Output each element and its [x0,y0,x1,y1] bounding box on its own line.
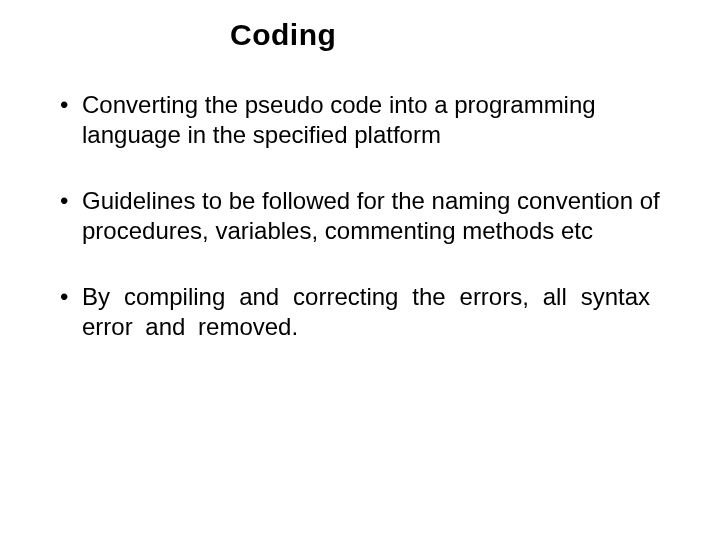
bullet-list: Converting the pseudo code into a progra… [40,90,680,342]
slide-title: Coding [230,18,680,52]
list-item: By compiling and correcting the errors, … [60,282,680,342]
list-item: Guidelines to be followed for the naming… [60,186,680,246]
slide: Coding Converting the pseudo code into a… [0,0,720,540]
list-item: Converting the pseudo code into a progra… [60,90,680,150]
